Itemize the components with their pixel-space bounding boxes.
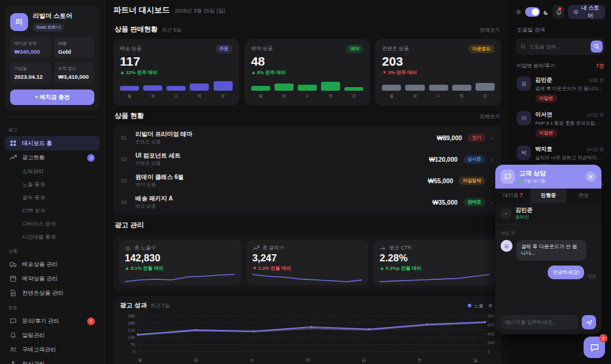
product-name: 배송 패키지 A (135, 195, 173, 203)
inquiry-badge: 미답변 (535, 129, 557, 137)
row-index: 01 (121, 135, 129, 141)
svg-text:28K: 28K (128, 321, 136, 325)
bar-day-label: 목 (198, 93, 202, 99)
mini-bar-chart: 월 화 수 목 금 (120, 81, 233, 99)
metric-label: 총 클릭수 (263, 245, 284, 252)
chat-message-input[interactable] (501, 315, 578, 329)
store-icon (573, 9, 578, 15)
sidebar-item-문의-후기-관리[interactable]: 문의/후기 관리7 (5, 314, 100, 328)
my-store-button[interactable]: 내 스토어 (568, 5, 605, 19)
svg-text:400: 400 (487, 332, 495, 336)
metric-delta: ▲ 0.3%p 전월 대비 (379, 265, 490, 272)
product-row[interactable]: 04 배송 패키지 A 배송 상품 ₩35,000 판매중 › (121, 192, 493, 213)
inquiries-count: 7건 (596, 63, 604, 70)
sidebar-item-시간대별-통계[interactable]: 시간대별 통계 (5, 230, 100, 243)
topup-button[interactable]: + 예치금 충전 (10, 90, 94, 105)
theme-toggle[interactable] (525, 7, 540, 17)
product-list: 01 리빌더 프리미엄 테마 컨텐츠 상품 ₩89,000 인기 ›02 UI … (113, 125, 501, 215)
inquiry-name: 김민준 (535, 76, 553, 84)
inquiry-message: 설치가 너무 편하고 직관적이에요 (535, 155, 604, 161)
bar-column: 월 (382, 81, 401, 99)
legend-dot (468, 304, 471, 307)
sales-card-delta: ▲ 8% 전주 대비 (251, 69, 364, 76)
sidebar-item-광고현황[interactable]: 광고현황3 (5, 150, 100, 165)
bar-column: 금 (476, 81, 495, 99)
arrow-icon (379, 245, 386, 252)
products-view-all-link[interactable]: 전체보기 (480, 113, 500, 121)
metric-delta: ▲ 8.1% 전월 대비 (125, 265, 235, 272)
sales-section-title: 상품 판매현황 (115, 25, 158, 34)
svg-text:0: 0 (487, 350, 490, 354)
sidebar-item-예약상품-관리[interactable]: 예약상품 관리 (5, 272, 100, 286)
chat-tab-진행중[interactable]: 진행중 (530, 189, 566, 203)
sidebar-item-대시보드-홈[interactable]: 대시보드 홈 (5, 136, 100, 150)
online-dot (519, 180, 522, 183)
bar-column: 월 (120, 81, 139, 99)
message-bubble: 결제 후 다운로드가 안 됩니다... (516, 240, 587, 261)
message-bubble: 안녕하세요! (548, 266, 584, 279)
sales-card-badge: 예약 (346, 45, 363, 53)
bar (120, 86, 139, 91)
svg-text:600: 600 (487, 323, 495, 327)
sidebar-item-클릭-통계[interactable]: 클릭 통계 (5, 191, 100, 204)
chat-fab[interactable]: 7 (584, 337, 605, 358)
bar-column: 목 (452, 81, 471, 99)
bar-day-label: 화 (282, 93, 286, 99)
svg-text:21K: 21K (128, 328, 136, 332)
chat-tab-count: 7 (520, 192, 523, 198)
sales-card-delta: ▼ 3% 전주 대비 (382, 69, 495, 76)
chat-tab-대기중[interactable]: 대기중 7 (495, 189, 530, 203)
back-button[interactable]: ‹ (501, 208, 511, 219)
product-row[interactable]: 02 UI 컴포넌트 세트 컨텐츠 상품 ₩120,000 심사중 › (121, 149, 493, 170)
sales-cards: 배송 상품 주문 117 ▲ 12% 전주 대비 월 화 수 목 금예약 상품 … (113, 39, 501, 106)
sales-section-subtitle: 최근 5일 (162, 27, 181, 34)
chat-close-button[interactable]: ✕ (585, 171, 596, 182)
sales-view-all-link[interactable]: 전체보기 (480, 27, 500, 34)
sidebar-item-정산관리[interactable]: 정산관리 (5, 357, 100, 364)
notifications-button[interactable] (553, 5, 564, 19)
chat-icon (10, 317, 17, 325)
inquiry-avatar: 김 (517, 76, 531, 91)
profile-stat: 누적 정산 ₩3,410,000 (54, 62, 95, 84)
sidebar-item-label: 컨텐츠상품 관리 (22, 289, 63, 297)
chat-tab-완료[interactable]: 완료 (566, 189, 601, 203)
chat-icon (590, 343, 599, 352)
ad-performance-panel: 광고 성과 최근 7일 노출 35K28K21K14K7K08006004002… (113, 296, 501, 364)
metric-label: 총 노출수 (134, 245, 156, 252)
left-sidebar: 리 리빌더 스토어 Gold 파트너 예치금 잔액 ₩340,000레벨 Gol… (0, 0, 105, 364)
chat-timestamp: 방금 전 (501, 230, 596, 236)
performance-title: 광고 성과 (120, 301, 147, 310)
bar (405, 85, 424, 91)
sidebar-item-소재관리[interactable]: 소재관리 (5, 165, 100, 178)
sidebar-item-CTR-분석[interactable]: CTR 분석 (5, 204, 100, 217)
product-row[interactable]: 01 리빌더 프리미엄 테마 컨텐츠 상품 ₩89,000 인기 › (121, 127, 493, 149)
inquiry-item[interactable]: 이 이서연 1시간 전 PHP 8.1 환경 호환 문의드립니다 미답변 (516, 107, 605, 141)
sidebar-item-컨텐츠상품-관리[interactable]: 컨텐츠상품 관리 (5, 286, 100, 300)
sidebar-item-구매고객관리[interactable]: 구매고객관리 (5, 343, 100, 357)
sidebar-item-배송상품-관리[interactable]: 배송상품 관리 (5, 257, 100, 272)
grid-icon (10, 140, 17, 147)
avatar: 리 (10, 13, 28, 31)
customer-status: 온라인 (516, 214, 533, 220)
chart-x-labels: 월화수목금토일 (120, 357, 495, 363)
product-row[interactable]: 03 원데이 클래스 6월 예약 상품 ₩55,000 마감임박 › (121, 170, 493, 192)
bar (251, 86, 270, 91)
sidebar-item-알림관리[interactable]: 알림관리 (5, 328, 100, 343)
ad-metric-tile: 총 노출수 142,830 ▲ 8.1% 전월 대비 (119, 240, 241, 285)
chevron-right-icon: › (491, 177, 493, 184)
products-section-title: 상품 현황 (115, 112, 144, 121)
bar (143, 85, 162, 91)
sidebar-item-디바이스-분석[interactable]: 디바이스 분석 (5, 217, 100, 230)
bar-day-label: 금 (483, 93, 487, 99)
chat-tab-label: 대기중 (503, 192, 519, 198)
inquiry-item[interactable]: 김 김민준 10분 전 결제 후 다운로드가 안 됩니다... 미답변 (516, 72, 605, 107)
sidebar-item-노출-통계[interactable]: 노출 통계 (5, 178, 100, 191)
bar-column: 화 (405, 81, 424, 99)
send-button[interactable] (582, 315, 596, 329)
help-search-input[interactable] (529, 44, 588, 50)
bar-column: 수 (298, 81, 317, 99)
bar (321, 82, 340, 91)
inquiry-time: 1시간 전 (587, 112, 604, 118)
search-submit-button[interactable] (591, 41, 603, 53)
bar (344, 87, 363, 91)
